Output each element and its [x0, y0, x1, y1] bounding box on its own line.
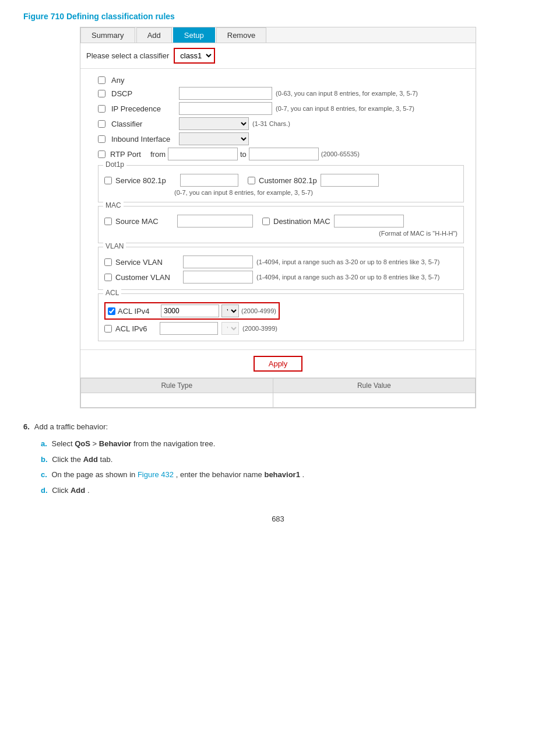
tab-summary[interactable]: Summary [80, 27, 135, 43]
rule-value-cell [273, 393, 475, 408]
dscp-checkbox[interactable] [98, 90, 105, 97]
classifier-select[interactable]: class1 class2 class3 [175, 50, 213, 62]
sub-list: a. Select QoS > Behavior from the naviga… [41, 437, 533, 497]
acl-ipv4-input[interactable] [161, 304, 219, 317]
inbound-interface-checkbox[interactable] [98, 135, 105, 143]
sub-letter-d: d. [41, 486, 48, 495]
service-802-checkbox[interactable] [104, 177, 112, 184]
any-row: Any [98, 76, 464, 85]
service-vlan-checkbox[interactable] [104, 258, 112, 266]
source-mac-checkbox[interactable] [104, 218, 112, 225]
customer-vlan-checkbox[interactable] [104, 274, 112, 281]
sub-c-bold: behavior1 [264, 470, 300, 479]
apply-button[interactable]: Apply [254, 356, 303, 372]
acl-ipv4-select[interactable]: ▼ [221, 304, 239, 317]
dot1p-section: Dot1p Service 802.1p Customer 802.1p (0-… [98, 165, 464, 202]
classifier-row: Please select a classifier class1 class2… [80, 43, 476, 69]
sub-c-text2: , enter the behavior name [176, 470, 265, 479]
dot1p-row: Service 802.1p Customer 802.1p [104, 174, 458, 187]
inbound-interface-label: Inbound Interface [111, 135, 175, 144]
service-vlan-input[interactable] [183, 256, 253, 268]
rule-type-cell [81, 393, 273, 408]
customer-802-input[interactable] [321, 174, 379, 187]
sub-letter-a: a. [41, 439, 47, 448]
customer-vlan-label: Customer VLAN [115, 273, 180, 282]
service-802-label: Service 802.1p [115, 176, 177, 185]
apply-row: Apply [80, 350, 476, 378]
classifier-select-wrap: class1 class2 class3 [174, 48, 215, 64]
source-mac-label: Source MAC [115, 217, 174, 226]
classifier-label: Please select a classifier [86, 51, 169, 60]
sub-a-text3: from the navigation tree. [133, 439, 215, 448]
ip-precedence-row: IP Precedence (0-7, you can input 8 entr… [98, 102, 464, 115]
rtp-from-label: from [150, 150, 166, 159]
tab-remove[interactable]: Remove [216, 27, 266, 43]
classifier-field-label: Classifier [111, 120, 175, 128]
rtp-to-input[interactable] [249, 148, 319, 160]
ip-precedence-label: IP Precedence [111, 104, 175, 113]
sub-letter-b: b. [41, 455, 48, 464]
service-802-input[interactable] [180, 174, 238, 187]
customer-802-checkbox[interactable] [248, 177, 255, 184]
mac-row: Source MAC Destination MAC [104, 215, 458, 228]
rtp-hint: (2000-65535) [321, 150, 360, 158]
step-num: 6. [23, 420, 30, 433]
sub-item-b: b. Click the Add tab. [41, 453, 533, 466]
rtp-port-row: RTP Port from to (2000-65535) [98, 148, 464, 160]
inbound-interface-select[interactable] [179, 132, 249, 145]
dest-mac-input[interactable] [334, 215, 404, 228]
mac-hint: (Format of MAC is "H-H-H") [379, 230, 458, 237]
sub-a-bold2: Behavior [99, 439, 132, 448]
col-rule-type: Rule Type [81, 379, 273, 393]
sub-d-text2: . [87, 486, 90, 495]
acl-ipv4-label: ACL IPv4 [118, 307, 159, 316]
form-area: Any DSCP (0-63, you can input 8 entries,… [80, 69, 476, 350]
classifier-field-checkbox[interactable] [98, 120, 105, 128]
sub-item-c: c. On the page as shown in Figure 432 , … [41, 468, 533, 481]
instructions: 6. Add a traffic behavior: a. Select QoS… [23, 420, 533, 497]
any-checkbox[interactable] [98, 76, 105, 84]
page-number: 683 [23, 514, 533, 523]
ip-precedence-checkbox[interactable] [98, 105, 105, 113]
sub-item-d: d. Click Add . [41, 484, 533, 497]
dot1p-hint-row: (0-7, you can input 8 entries, for examp… [104, 189, 458, 196]
dscp-hint: (0-63, you can input 8 entries, for exam… [276, 90, 418, 97]
rtp-port-checkbox[interactable] [98, 150, 105, 158]
customer-802-label: Customer 802.1p [259, 176, 317, 185]
sub-a-text1: Select [51, 439, 75, 448]
acl-section: ACL ACL IPv4 ▼ (2000-4999) ACL IPv6 [98, 293, 464, 341]
rtp-from-input[interactable] [168, 148, 238, 160]
rtp-to-label: to [240, 150, 247, 159]
step-6: 6. Add a traffic behavior: [23, 420, 533, 433]
acl-ipv4-checkbox[interactable] [108, 307, 115, 315]
service-vlan-label: Service VLAN [115, 258, 180, 267]
sub-c-link[interactable]: Figure 432 [138, 470, 174, 479]
acl-ipv4-highlight: ACL IPv4 ▼ (2000-4999) [104, 302, 280, 320]
customer-vlan-input[interactable] [183, 271, 253, 284]
rtp-port-label: RTP Port [110, 150, 148, 159]
tab-setup[interactable]: Setup [173, 27, 215, 43]
sub-a-text2: > [93, 439, 99, 448]
table-row [81, 393, 476, 408]
dest-mac-checkbox[interactable] [262, 218, 270, 225]
acl-ipv6-checkbox[interactable] [104, 325, 112, 332]
dot1p-section-label: Dot1p [103, 160, 126, 169]
acl-ipv6-select[interactable]: ▼ [221, 322, 239, 335]
mac-section: MAC Source MAC Destination MAC (Format o… [98, 206, 464, 243]
classifier-field-select[interactable] [179, 117, 249, 130]
source-mac-input[interactable] [177, 215, 253, 228]
ip-precedence-input[interactable] [179, 102, 272, 115]
dest-mac-label: Destination MAC [273, 217, 330, 226]
acl-ipv6-hint: (2000-3999) [242, 325, 277, 332]
sub-b-text1: Click the [52, 455, 83, 464]
acl-ipv6-row: ACL IPv6 ▼ (2000-3999) [104, 322, 458, 335]
figure-title: Figure 710 Defining classification rules [23, 12, 533, 21]
acl-ipv6-input[interactable] [160, 322, 218, 335]
result-table: Rule Type Rule Value [80, 378, 476, 408]
ui-container: Summary Add Setup Remove Please select a… [80, 27, 476, 408]
service-vlan-hint: (1-4094, input a range such as 3-20 or u… [256, 258, 439, 265]
tab-add[interactable]: Add [136, 27, 172, 43]
dscp-input[interactable] [179, 87, 272, 100]
inbound-interface-row: Inbound Interface [98, 132, 464, 145]
acl-ipv4-hint: (2000-4999) [241, 307, 276, 314]
